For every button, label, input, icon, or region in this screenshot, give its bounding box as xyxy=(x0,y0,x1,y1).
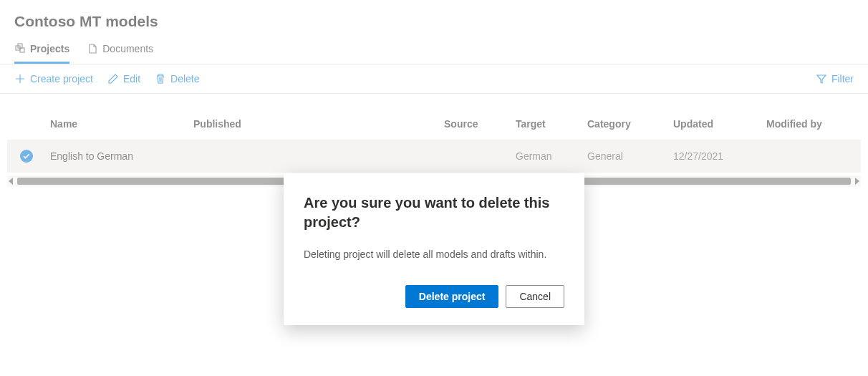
delete-project-confirm-button[interactable]: Delete project xyxy=(405,285,499,308)
dialog-body: Deleting project will delete all models … xyxy=(304,248,564,262)
modal-overlay: Are you sure you want to delete this pro… xyxy=(0,0,868,376)
cancel-button[interactable]: Cancel xyxy=(506,285,564,308)
dialog-actions: Delete project Cancel xyxy=(304,285,564,308)
dialog-title: Are you sure you want to delete this pro… xyxy=(304,193,564,232)
confirm-delete-dialog: Are you sure you want to delete this pro… xyxy=(284,173,584,325)
